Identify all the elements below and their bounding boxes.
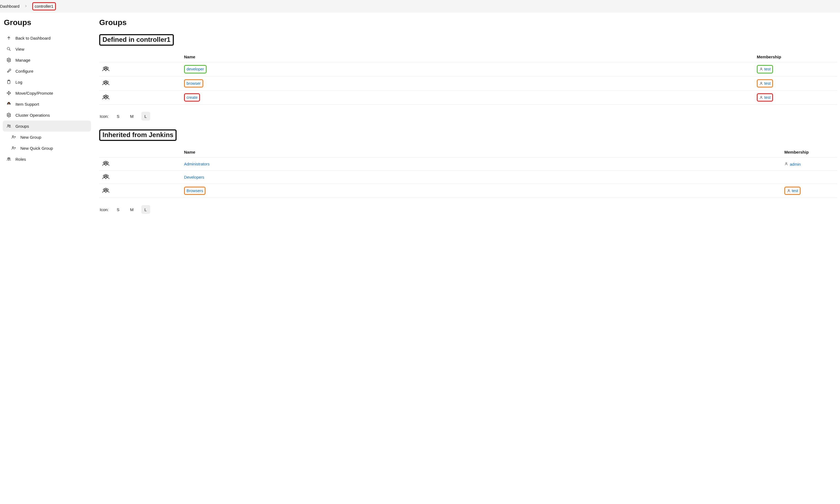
group-icon (6, 123, 12, 129)
sidebar-item-groups[interactable]: Groups (3, 121, 91, 131)
group-name-link[interactable]: browser (187, 80, 201, 86)
inherited-groups-table: Name Membership Administrators (99, 147, 837, 198)
wrench-icon (6, 68, 12, 74)
svg-point-32 (761, 96, 762, 97)
svg-point-40 (103, 189, 105, 191)
group-name-link[interactable]: developer (187, 66, 204, 72)
sidebar-item-support[interactable]: Item Support (3, 98, 91, 110)
icon-size-selector: Icon: S M L (100, 205, 837, 214)
group-name-link[interactable]: Administrators (184, 162, 210, 166)
sidebar-item-manage[interactable]: Manage (3, 54, 91, 66)
svg-point-3 (8, 59, 10, 61)
membership-link[interactable]: test (792, 188, 798, 194)
group-icon (101, 94, 110, 101)
svg-point-36 (786, 162, 787, 164)
icon-size-selector: Icon: S M L (100, 112, 837, 121)
group-icon (101, 174, 110, 180)
icon-size-s[interactable]: S (114, 205, 123, 214)
svg-point-30 (107, 95, 108, 97)
icon-size-s[interactable]: S (114, 112, 123, 121)
user-icon (759, 67, 764, 71)
sidebar-item-move[interactable]: Move/Copy/Promote (3, 88, 91, 98)
svg-point-33 (103, 162, 105, 163)
group-add-icon (11, 134, 17, 140)
sidebar-item-label: Manage (15, 58, 30, 62)
sidebar-item-new-quick-group[interactable]: New Quick Group (3, 143, 91, 154)
group-add-icon (11, 145, 17, 151)
sidebar-item-label: View (15, 47, 24, 52)
group-name-link[interactable]: Browsers (187, 188, 203, 194)
table-header-membership[interactable]: Membership (782, 147, 837, 158)
svg-point-37 (103, 175, 105, 177)
sidebar-item-view[interactable]: View (3, 43, 91, 54)
table-header-name[interactable]: Name (182, 52, 755, 62)
content: Groups Defined in controller1 Name Membe… (94, 13, 840, 234)
svg-point-27 (105, 80, 107, 82)
group-name-link[interactable]: Developers (184, 175, 204, 179)
group-name-highlight: Browsers (184, 187, 206, 195)
sidebar-item-log[interactable]: Log (3, 76, 91, 88)
membership-link[interactable]: test (764, 80, 771, 86)
gear-icon (6, 57, 12, 63)
clipboard-icon (6, 79, 12, 85)
group-icon (101, 160, 110, 167)
icon-size-l[interactable]: L (141, 112, 150, 121)
group-name-link[interactable]: create (187, 95, 197, 100)
group-name-highlight: browser (184, 79, 203, 88)
icon-size-m[interactable]: M (127, 112, 136, 121)
svg-point-9 (8, 114, 10, 116)
table-header-blank (99, 147, 182, 158)
breadcrumb: Dashboard controller1 (0, 0, 840, 13)
sidebar: Groups Back to Dashboard View Manage (0, 13, 94, 234)
table-header-name[interactable]: Name (182, 147, 782, 158)
sidebar-item-cluster[interactable]: Cluster Operations (3, 110, 91, 121)
membership-highlight: test (757, 93, 773, 102)
support-icon (6, 101, 12, 107)
section-inherited-heading-highlight: Inherited from Jenkins (99, 129, 177, 141)
sidebar-item-label: Log (15, 80, 22, 85)
sidebar-title: Groups (3, 18, 91, 27)
sidebar-item-label: Roles (15, 157, 26, 162)
membership-highlight: test (757, 65, 773, 73)
table-row: Developers (99, 171, 837, 184)
svg-point-39 (105, 175, 107, 176)
svg-point-26 (107, 81, 108, 83)
icon-size-m[interactable]: M (127, 205, 136, 214)
icon-size-l[interactable]: L (141, 205, 150, 214)
group-name-highlight: create (184, 93, 200, 102)
table-row: browser test (99, 76, 837, 90)
sidebar-item-label: Groups (15, 124, 29, 128)
membership-link[interactable]: test (764, 66, 771, 72)
section-defined-heading: Defined in controller1 (103, 36, 171, 43)
sidebar-item-new-group[interactable]: New Group (3, 131, 91, 143)
membership-highlight: test (757, 79, 773, 88)
svg-point-31 (105, 95, 107, 96)
search-icon (6, 46, 12, 52)
breadcrumb-current[interactable]: controller1 (35, 4, 53, 9)
sidebar-item-label: Move/Copy/Promote (15, 91, 53, 95)
group-icon (101, 187, 110, 194)
sidebar-item-label: Configure (15, 69, 33, 73)
table-header-membership[interactable]: Membership (755, 52, 837, 62)
svg-point-41 (107, 189, 108, 191)
membership-link[interactable]: admin (790, 162, 801, 166)
svg-point-29 (103, 95, 105, 97)
svg-point-23 (105, 66, 107, 68)
breadcrumb-dashboard[interactable]: Dashboard (0, 4, 20, 8)
svg-point-1 (7, 47, 10, 50)
sidebar-item-back[interactable]: Back to Dashboard (3, 33, 91, 43)
svg-point-12 (12, 136, 14, 137)
sidebar-item-configure[interactable]: Configure (3, 66, 91, 76)
user-icon (784, 162, 789, 166)
svg-point-25 (103, 81, 105, 83)
group-name-highlight: developer (184, 65, 207, 73)
svg-point-21 (103, 67, 105, 69)
user-icon (787, 188, 791, 193)
sidebar-item-roles[interactable]: Roles (3, 154, 91, 165)
svg-point-24 (761, 68, 762, 69)
membership-link[interactable]: test (764, 95, 771, 100)
table-row: Browsers test (99, 184, 837, 198)
sidebar-item-label: New Group (20, 135, 41, 140)
group-icon (6, 156, 12, 162)
arrow-up-icon (6, 35, 12, 41)
